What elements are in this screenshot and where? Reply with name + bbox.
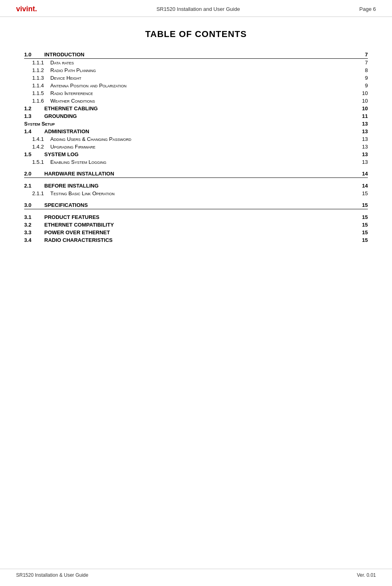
toc-left: 1.5SYSTEM LOG: [24, 151, 360, 157]
toc-page: 15: [360, 222, 368, 228]
toc-row: 1.1.2Radio Path Planning8: [24, 66, 368, 74]
toc-title: TABLE OF CONTENTS: [24, 29, 368, 39]
toc-number: 2.1.1: [24, 190, 50, 196]
toc-number: 1.0: [24, 52, 44, 58]
toc-number: 1.1.5: [24, 90, 50, 96]
page-container: vivint. SR1520 Installation and User Gui…: [0, 0, 392, 586]
toc-left: 3.1PRODUCT FEATURES: [24, 214, 360, 220]
toc-row: 2.1.1Testing Basic Link Operation15: [24, 190, 368, 197]
toc-left: 1.1.2Radio Path Planning: [24, 67, 360, 73]
toc-number: 1.1.2: [24, 67, 50, 73]
toc-number: 1.4.2: [24, 144, 50, 150]
toc-page: 15: [360, 202, 368, 208]
toc-row: 1.1.6Weather Conditions10: [24, 97, 368, 105]
toc-row: 1.4.2Upgrading Firmware13: [24, 143, 368, 151]
toc-label: Weather Conditions: [50, 98, 95, 104]
toc-number: 1.4: [24, 128, 44, 134]
toc-label: INTRODUCTION: [44, 52, 85, 58]
toc-label: Testing Basic Link Operation: [50, 190, 115, 196]
toc-row: 1.4.1Adding Users & Changing Password13: [24, 135, 368, 143]
toc-page: 15: [360, 229, 368, 235]
toc-row: 3.3POWER OVER ETHERNET15: [24, 229, 368, 236]
toc-row: System Setup13: [24, 120, 368, 128]
toc-page: 10: [360, 98, 368, 104]
toc-row: 1.1.3Device Height9: [24, 74, 368, 82]
toc-page: 13: [360, 159, 368, 165]
header-page: Page 6: [359, 6, 376, 12]
toc-label: PRODUCT FEATURES: [44, 214, 99, 220]
toc-left: 3.4RADIO CHARACTERISTICS: [24, 237, 360, 243]
toc-label: Enabling System Logging: [50, 159, 106, 165]
toc-number: 3.0: [24, 202, 44, 208]
toc-left: 3.2ETHERNET COMPATIBILITY: [24, 222, 360, 228]
toc-label: Radio Path Planning: [50, 67, 96, 73]
toc-label: Adding Users & Changing Password: [50, 136, 131, 142]
toc-label: Device Height: [50, 75, 81, 81]
header: vivint. SR1520 Installation and User Gui…: [0, 0, 392, 17]
toc-number: 1.5: [24, 151, 44, 157]
toc-label: POWER OVER ETHERNET: [44, 229, 110, 235]
toc-page: 13: [360, 136, 368, 142]
toc-page: 9: [360, 75, 368, 81]
toc-number: 1.3: [24, 113, 44, 119]
toc-row: 1.2ETHERNET CABLING10: [24, 105, 368, 112]
toc-row: 1.5SYSTEM LOG13: [24, 151, 368, 158]
toc-left: 2.0HARDWARE INSTALLATION: [24, 171, 360, 177]
toc-number: System Setup: [24, 121, 55, 127]
toc-row: 1.5.1Enabling System Logging13: [24, 158, 368, 166]
toc-label: HARDWARE INSTALLATION: [44, 171, 114, 177]
toc-left: 2.1BEFORE INSTALLING: [24, 183, 360, 189]
footer-right: Ver. 0.01: [357, 572, 376, 578]
toc-label: GROUNDING: [44, 113, 77, 119]
toc-left: 2.1.1Testing Basic Link Operation: [24, 190, 360, 196]
toc-left: 1.1.1Data rates: [24, 60, 360, 66]
toc-number: 1.1.4: [24, 83, 50, 89]
toc-left: 1.3GROUNDING: [24, 113, 360, 119]
toc-left: 1.2ETHERNET CABLING: [24, 105, 360, 111]
toc-number: 1.1.3: [24, 75, 50, 81]
toc-left: 1.1.4Antenna Position and Polarization: [24, 83, 360, 89]
toc-row: 3.0SPECIFICATIONS15: [24, 201, 368, 209]
toc-number: 1.2: [24, 105, 44, 111]
toc-left: 1.1.3Device Height: [24, 75, 360, 81]
toc-spacer: [24, 166, 368, 170]
toc-page: 15: [360, 237, 368, 243]
toc-label: SYSTEM LOG: [44, 151, 78, 157]
toc-row: 1.0INTRODUCTION7: [24, 51, 368, 59]
toc-page: 11: [360, 113, 368, 119]
toc-page: 15: [360, 190, 368, 196]
toc-number: 2.1: [24, 183, 44, 189]
toc-spacer: [24, 178, 368, 182]
footer-left: SR1520 Installation & User Guide: [16, 572, 88, 578]
toc-page: 13: [360, 151, 368, 157]
toc-label: BEFORE INSTALLING: [44, 183, 99, 189]
toc-left: 1.4.2Upgrading Firmware: [24, 144, 360, 150]
toc-page: 13: [360, 121, 368, 127]
toc-left: 1.1.5Radio Interference: [24, 90, 360, 96]
toc-number: 1.5.1: [24, 159, 50, 165]
toc-page: 14: [360, 171, 368, 177]
header-title: SR1520 Installation and User Guide: [157, 6, 240, 12]
toc-page: 9: [360, 83, 368, 89]
toc-left: 1.1.6Weather Conditions: [24, 98, 360, 104]
toc-label: Upgrading Firmware: [50, 144, 95, 150]
toc-left: 3.3POWER OVER ETHERNET: [24, 229, 360, 235]
toc-page: 10: [360, 90, 368, 96]
toc-label: Data rates: [50, 60, 74, 66]
toc-page: 7: [360, 52, 368, 58]
toc-page: 10: [360, 105, 368, 111]
logo: vivint.: [16, 5, 37, 13]
toc-left: System Setup: [24, 121, 360, 127]
toc-label: SPECIFICATIONS: [44, 202, 88, 208]
toc-number: 3.4: [24, 237, 44, 243]
toc-left: 1.0INTRODUCTION: [24, 52, 360, 58]
toc-label: ETHERNET CABLING: [44, 105, 98, 111]
toc-page: 13: [360, 128, 368, 134]
toc-row: 2.1BEFORE INSTALLING14: [24, 182, 368, 190]
toc-row: 1.1.1Data rates7: [24, 59, 368, 66]
toc-label: ADMINISTRATION: [44, 128, 89, 134]
toc-number: 3.3: [24, 229, 44, 235]
toc-page: 15: [360, 214, 368, 220]
toc-spacer: [24, 197, 368, 201]
toc-left: 1.4.1Adding Users & Changing Password: [24, 136, 360, 142]
